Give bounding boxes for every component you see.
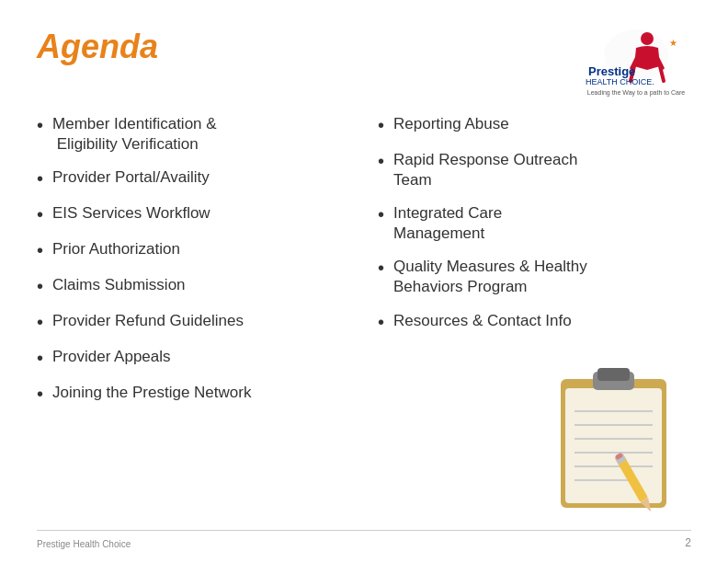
prestige-logo: Prestige HEALTH CHOICE. ★: [581, 28, 691, 87]
svg-point-1: [641, 32, 654, 45]
svg-text:HEALTH CHOICE.: HEALTH CHOICE.: [586, 77, 654, 86]
bullet-text: Rapid Response OutreachTeam: [393, 150, 691, 190]
list-item: • Claims Submission: [37, 275, 350, 298]
bullet-icon: •: [378, 256, 384, 280]
list-item: • Integrated CareManagement: [378, 203, 691, 244]
page-number: 2: [685, 536, 691, 549]
bullet-icon: •: [378, 310, 384, 334]
logo-area: Prestige HEALTH CHOICE. ★ Leading the Wa…: [581, 28, 691, 96]
bullet-text: Member Identification & Eligibility Veri…: [52, 114, 350, 155]
list-item: • Rapid Response OutreachTeam: [378, 150, 691, 190]
bullet-text: Quality Measures & HealthyBehaviors Prog…: [393, 257, 691, 297]
bullet-icon: •: [37, 310, 43, 334]
svg-rect-8: [597, 368, 630, 381]
logo-tagline: Leading the Way to a path to Care: [587, 89, 685, 96]
list-item: • Joining the Prestige Network: [37, 383, 350, 406]
clipboard-illustration: [542, 361, 689, 517]
svg-text:★: ★: [669, 38, 677, 48]
list-item: • Prior Authorization: [37, 239, 350, 262]
bullet-icon: •: [37, 238, 43, 262]
bullet-icon: •: [378, 202, 384, 226]
slide: Agenda Prestige HEALTH CHOICE. ★ Leading…: [0, 0, 728, 563]
bullet-text: Resources & Contact Info: [393, 311, 691, 331]
list-item: • Provider Refund Guidelines: [37, 311, 350, 334]
bullet-icon: •: [37, 274, 43, 298]
list-item: • EIS Services Workflow: [37, 203, 350, 226]
list-item: • Quality Measures & HealthyBehaviors Pr…: [378, 257, 691, 297]
list-item: • Reporting Abuse: [378, 114, 691, 137]
list-item: • Provider Portal/Availity: [37, 167, 350, 190]
footer-company: Prestige Health Choice: [37, 539, 131, 549]
svg-rect-6: [565, 388, 662, 503]
slide-title: Agenda: [37, 28, 158, 66]
list-item: • Provider Appeals: [37, 347, 350, 370]
bullet-icon: •: [37, 202, 43, 226]
bullet-icon: •: [37, 113, 43, 137]
bullet-text: Prior Authorization: [52, 239, 350, 259]
bullet-text: Provider Appeals: [52, 347, 350, 367]
left-column: • Member Identification & Eligibility Ve…: [37, 114, 369, 419]
bullet-text: Provider Refund Guidelines: [52, 311, 350, 331]
header: Agenda Prestige HEALTH CHOICE. ★ Leading…: [37, 28, 691, 96]
bullet-text: Joining the Prestige Network: [52, 383, 350, 403]
list-item: • Resources & Contact Info: [378, 311, 691, 334]
bullet-text: Provider Portal/Availity: [52, 167, 350, 188]
bullet-icon: •: [37, 346, 43, 370]
bullet-text: Integrated CareManagement: [393, 203, 691, 244]
bullet-text: Claims Submission: [52, 275, 350, 295]
bullet-icon: •: [37, 382, 43, 406]
footer-divider: [37, 530, 691, 531]
list-item: • Member Identification & Eligibility Ve…: [37, 114, 350, 155]
bullet-icon: •: [37, 167, 43, 190]
bullet-icon: •: [378, 113, 384, 137]
svg-text:Prestige: Prestige: [588, 64, 635, 78]
bullet-text: EIS Services Workflow: [52, 203, 350, 224]
bullet-text: Reporting Abuse: [393, 114, 691, 134]
bullet-icon: •: [378, 149, 384, 173]
